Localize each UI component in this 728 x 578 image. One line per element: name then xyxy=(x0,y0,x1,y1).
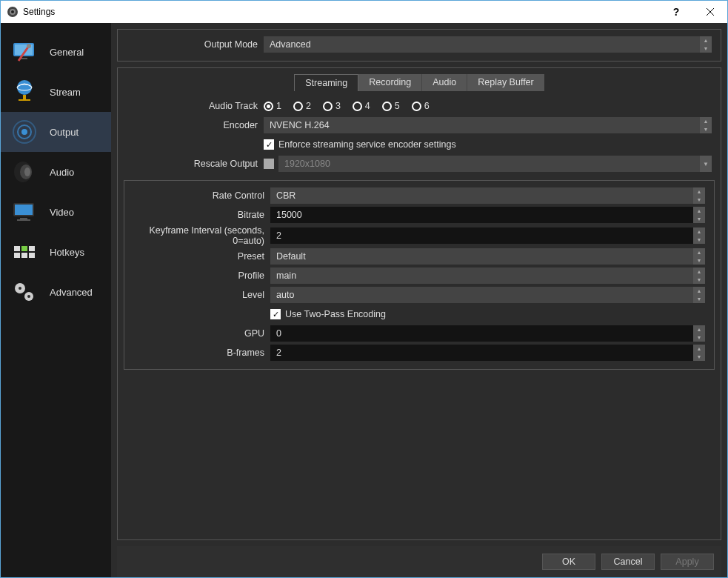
chevron-updown-icon[interactable]: ▲▼ xyxy=(693,248,705,265)
audio-track-radio-4[interactable]: 4 xyxy=(353,101,370,111)
chevron-updown-icon[interactable]: ▲▼ xyxy=(700,36,712,53)
level-select[interactable]: auto xyxy=(270,287,693,303)
audio-track-radio-3[interactable]: 3 xyxy=(323,101,341,111)
svg-point-2 xyxy=(11,10,14,13)
sidebar-item-advanced[interactable]: Advanced xyxy=(1,272,111,312)
chevron-updown-icon[interactable]: ▲▼ xyxy=(700,117,712,133)
sidebar-item-label: Advanced xyxy=(50,287,93,298)
svg-rect-28 xyxy=(21,253,27,258)
globe-icon xyxy=(10,77,39,107)
sidebar-item-output[interactable]: Output xyxy=(1,112,111,152)
output-settings-panel: Streaming Recording Audio Replay Buffer … xyxy=(117,67,721,540)
spinner-icon[interactable]: ▲▼ xyxy=(693,207,705,223)
twopass-checkbox[interactable]: ✓ xyxy=(270,309,281,319)
sidebar-item-label: Stream xyxy=(50,87,81,98)
svg-point-9 xyxy=(27,44,31,48)
dialog-footer: OK Cancel Apply xyxy=(117,546,721,577)
audio-track-radio-2[interactable]: 2 xyxy=(293,101,311,111)
svg-rect-26 xyxy=(29,246,35,251)
svg-rect-23 xyxy=(17,219,30,221)
rescale-checkbox[interactable] xyxy=(264,159,274,169)
cancel-button[interactable]: Cancel xyxy=(601,554,655,570)
sidebar-item-general[interactable]: General xyxy=(1,32,111,72)
svg-point-33 xyxy=(27,295,30,298)
svg-point-32 xyxy=(19,287,21,290)
speaker-icon xyxy=(10,157,39,187)
sidebar-item-label: Output xyxy=(50,127,79,138)
titlebar: Settings ? xyxy=(1,1,727,23)
sidebar-item-label: Hotkeys xyxy=(50,247,84,258)
preset-label: Preset xyxy=(133,251,270,262)
rate-control-label: Rate Control xyxy=(133,190,270,201)
svg-rect-13 xyxy=(19,99,30,101)
svg-rect-25 xyxy=(21,246,27,251)
display-icon xyxy=(10,197,39,227)
preset-select[interactable]: Default xyxy=(270,248,693,265)
sidebar-item-hotkeys[interactable]: Hotkeys xyxy=(1,232,111,272)
window-title: Settings xyxy=(23,7,659,17)
output-tabs: Streaming Recording Audio Replay Buffer xyxy=(118,68,721,91)
profile-select[interactable]: main xyxy=(270,268,693,284)
bframes-label: B-frames xyxy=(133,348,270,358)
twopass-label: Use Two-Pass Encoding xyxy=(285,309,386,319)
bitrate-input[interactable]: 15000 xyxy=(270,207,693,223)
audio-track-radios: 1 2 3 4 5 6 xyxy=(264,101,712,111)
broadcast-icon xyxy=(10,117,39,147)
rescale-label: Rescale Output xyxy=(127,159,264,169)
enforce-label: Enforce streaming service encoder settin… xyxy=(278,139,456,150)
svg-rect-21 xyxy=(15,205,33,215)
output-mode-panel: Output Mode Advanced ▲▼ xyxy=(117,29,721,62)
gpu-label: GPU xyxy=(133,328,270,339)
spinner-icon[interactable]: ▲▼ xyxy=(693,345,705,361)
spinner-icon[interactable]: ▲▼ xyxy=(693,227,705,244)
chevron-updown-icon[interactable]: ▲▼ xyxy=(693,287,705,303)
keyframe-input[interactable]: 2 xyxy=(270,227,693,244)
output-mode-label: Output Mode xyxy=(127,39,264,50)
enforce-checkbox[interactable]: ✓ xyxy=(264,139,274,150)
gpu-input[interactable]: 0 xyxy=(270,325,693,342)
svg-rect-22 xyxy=(20,218,27,219)
spinner-icon[interactable]: ▲▼ xyxy=(693,325,705,342)
svg-rect-12 xyxy=(23,95,26,99)
apply-button[interactable]: Apply xyxy=(661,554,714,570)
tab-replay-buffer[interactable]: Replay Buffer xyxy=(467,74,544,91)
output-mode-select[interactable]: Advanced xyxy=(264,36,700,53)
tab-audio[interactable]: Audio xyxy=(422,74,467,91)
encoder-select[interactable]: NVENC H.264 xyxy=(264,117,700,133)
tab-streaming[interactable]: Streaming xyxy=(294,74,358,91)
rescale-select: 1920x1080 xyxy=(278,156,700,172)
sidebar-item-video[interactable]: Video xyxy=(1,192,111,232)
audio-track-radio-1[interactable]: 1 xyxy=(264,101,281,111)
rate-control-select[interactable]: CBR xyxy=(270,187,693,204)
chevron-down-icon: ▼ xyxy=(700,156,712,172)
close-button[interactable] xyxy=(693,1,727,23)
svg-point-19 xyxy=(24,167,30,176)
encoder-label: Encoder xyxy=(127,120,264,130)
svg-point-14 xyxy=(21,129,27,135)
sidebar-item-label: Video xyxy=(50,207,74,218)
keyboard-icon xyxy=(10,237,39,267)
chevron-updown-icon[interactable]: ▲▼ xyxy=(693,268,705,284)
ok-button[interactable]: OK xyxy=(542,554,595,570)
app-icon xyxy=(7,6,19,18)
encoder-settings-panel: Rate Control CBR ▲▼ Bitrate 15000 ▲▼ xyxy=(124,180,715,370)
sidebar: General Stream Output Audio Video Hotkey… xyxy=(1,23,111,577)
sidebar-item-stream[interactable]: Stream xyxy=(1,72,111,112)
svg-point-10 xyxy=(17,80,32,95)
audio-track-radio-6[interactable]: 6 xyxy=(412,101,430,111)
svg-rect-24 xyxy=(14,246,20,251)
tab-recording[interactable]: Recording xyxy=(358,74,422,91)
chevron-updown-icon[interactable]: ▲▼ xyxy=(693,187,705,204)
help-button[interactable]: ? xyxy=(659,1,693,23)
bframes-input[interactable]: 2 xyxy=(270,345,693,361)
bitrate-label: Bitrate xyxy=(133,210,270,220)
sidebar-item-audio[interactable]: Audio xyxy=(1,152,111,192)
level-label: Level xyxy=(133,290,270,300)
settings-window: Settings ? General Stream Output xyxy=(0,0,728,578)
svg-rect-29 xyxy=(29,253,35,258)
profile-label: Profile xyxy=(133,270,270,281)
main-panel: Output Mode Advanced ▲▼ Streaming Record… xyxy=(111,23,727,577)
audio-track-label: Audio Track xyxy=(127,101,264,111)
gears-icon xyxy=(10,277,39,307)
audio-track-radio-5[interactable]: 5 xyxy=(382,101,400,111)
